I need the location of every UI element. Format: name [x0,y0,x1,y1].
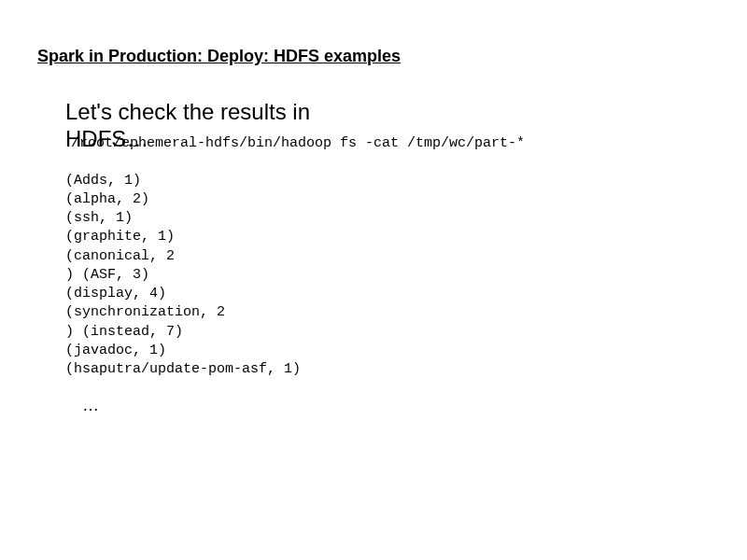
slide-content: Let's check the results in HDFS… /root/e… [37,99,710,415]
output-line: (canonical, 2 [65,247,710,266]
slide-title: Spark in Production: Deploy: HDFS exampl… [37,47,710,66]
output-line: (synchronization, 2 [65,303,710,322]
output-line: ) (ASF, 3) [65,266,710,285]
hdfs-command: /root/ephemeral-hdfs/bin/hadoop fs -cat … [71,135,525,151]
output-line: (Adds, 1) [65,172,710,190]
output-line: ) (instead, 7) [65,323,710,342]
output-line: (display, 4) [65,285,710,303]
subtitle-block: Let's check the results in HDFS… /root/e… [65,99,710,153]
output-line: (graphite, 1) [65,228,710,246]
subtitle-line-1: Let's check the results in [65,99,710,126]
command-output: (Adds, 1) (alpha, 2) (ssh, 1) (graphite,… [65,172,710,380]
output-line: (hsaputra/update-pom-asf, 1) [65,360,710,379]
output-line: (javadoc, 1) [65,342,710,360]
output-line: (ssh, 1) [65,209,710,228]
trailing-ellipsis: … [65,396,710,415]
output-line: (alpha, 2) [65,190,710,209]
